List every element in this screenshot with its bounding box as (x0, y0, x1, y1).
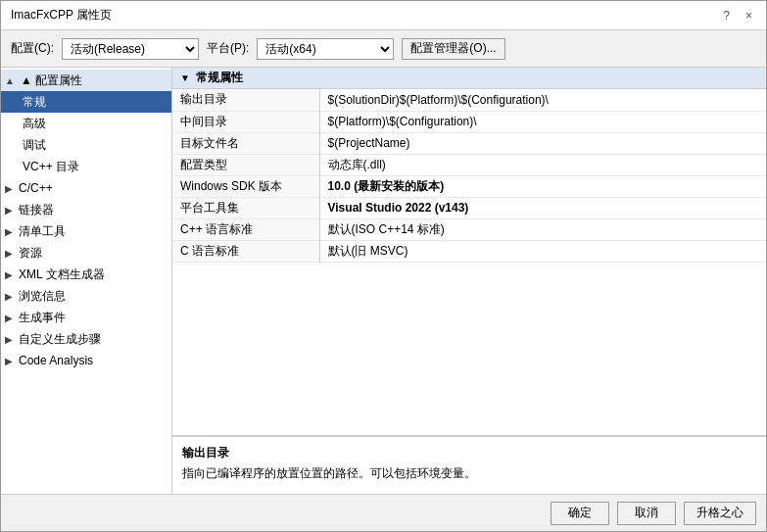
prop-name: 配置类型 (172, 154, 319, 175)
table-row: 平台工具集Visual Studio 2022 (v143) (172, 197, 766, 218)
main-content: ▲ ▲ 配置属性 常规 高级 调试 VC++ 目录 ▶ C/C (1, 68, 766, 494)
build-events-arrow: ▶ (5, 313, 19, 323)
tree-item-label-debug: 调试 (23, 137, 46, 154)
left-panel: ▲ ▲ 配置属性 常规 高级 调试 VC++ 目录 ▶ C/C (1, 68, 172, 494)
tree-item-debug[interactable]: 调试 (1, 134, 171, 156)
tree-item-label-custom-steps: 自定义生成步骤 (19, 331, 101, 348)
prop-value[interactable]: $(SolutionDir)$(Platform)\$(Configuratio… (319, 89, 766, 111)
table-row: 配置类型动态库(.dll) (172, 154, 766, 175)
description-panel: 输出目录 指向已编译程序的放置位置的路径。可以包括环境变量。 (172, 435, 766, 494)
tree-item-code-analysis[interactable]: ▶ Code Analysis (1, 350, 171, 371)
tree-item-label-advanced: 高级 (23, 116, 46, 132)
prop-value[interactable]: Visual Studio 2022 (v143) (319, 197, 766, 218)
tree-item-label-cpp: C/C++ (19, 181, 53, 195)
tree-item-label-vc-dirs: VC++ 目录 (23, 159, 79, 175)
section-header-label: ▲ 配置属性 (21, 73, 82, 89)
props-section-title: 常规属性 (196, 70, 243, 86)
tree-item-general[interactable]: 常规 (1, 91, 171, 113)
prop-value[interactable]: 默认(旧 MSVC) (319, 240, 766, 262)
title-bar: ImacFxCPP 属性页 ? × (1, 1, 766, 30)
tree-item-xml-gen[interactable]: ▶ XML 文档生成器 (1, 264, 171, 285)
description-text: 指向已编译程序的放置位置的路径。可以包括环境变量。 (182, 465, 756, 482)
properties-dialog: ImacFxCPP 属性页 ? × 配置(C): 活动(Release) 平台(… (0, 0, 767, 532)
tree-item-label-general: 常规 (23, 94, 46, 111)
help-button[interactable]: ? (719, 9, 734, 23)
table-row: 输出目录$(SolutionDir)$(Platform)\$(Configur… (172, 89, 766, 111)
title-bar-controls: ? × (719, 9, 756, 23)
table-row: 中间目录$(Platform)\$(Configuration)\ (172, 111, 766, 132)
tree-item-label-xml-gen: XML 文档生成器 (19, 266, 105, 283)
section-icon: ▼ (180, 73, 196, 83)
prop-value[interactable]: $(ProjectName) (319, 132, 766, 154)
table-row: C++ 语言标准默认(ISO C++14 标准) (172, 218, 766, 240)
dialog-title: ImacFxCPP 属性页 (11, 7, 112, 24)
toolbar: 配置(C): 活动(Release) 平台(P): 活动(x64) 配置管理器(… (1, 30, 766, 68)
apply-button[interactable]: 升格之心 (684, 502, 756, 525)
platform-select[interactable]: 活动(x64) (257, 38, 394, 60)
table-row: Windows SDK 版本10.0 (最新安装的版本) (172, 175, 766, 197)
table-row: 目标文件名$(ProjectName) (172, 132, 766, 154)
tree-item-label-manifest: 清单工具 (19, 223, 66, 240)
footer: 确定 取消 升格之心 (1, 494, 766, 531)
prop-name: C 语言标准 (172, 240, 319, 262)
xml-arrow: ▶ (5, 269, 19, 280)
table-row: C 语言标准默认(旧 MSVC) (172, 240, 766, 262)
tree-item-cpp[interactable]: ▶ C/C++ (1, 177, 171, 199)
custom-steps-arrow: ▶ (5, 334, 19, 345)
tree-item-label-resources: 资源 (19, 245, 42, 262)
tree-item-resources[interactable]: ▶ 资源 (1, 242, 171, 264)
prop-name: 中间目录 (172, 111, 319, 132)
tree-item-vc-dirs[interactable]: VC++ 目录 (1, 156, 171, 177)
prop-name: 输出目录 (172, 89, 319, 111)
right-panel: ▼ 常规属性 输出目录$(SolutionDir)$(Platform)\$(C… (172, 68, 766, 494)
prop-name: 平台工具集 (172, 197, 319, 218)
props-section-header: ▼ 常规属性 (172, 68, 766, 89)
prop-value[interactable]: 动态库(.dll) (319, 154, 766, 175)
prop-value[interactable]: 默认(ISO C++14 标准) (319, 218, 766, 240)
properties-table: 输出目录$(SolutionDir)$(Platform)\$(Configur… (172, 89, 766, 263)
section-arrow: ▲ (5, 75, 19, 86)
tree-item-manifest[interactable]: ▶ 清单工具 (1, 220, 171, 242)
tree-item-linker[interactable]: ▶ 链接器 (1, 199, 171, 220)
cancel-button[interactable]: 取消 (617, 502, 676, 525)
config-select[interactable]: 活动(Release) (62, 38, 199, 60)
tree-item-custom-steps[interactable]: ▶ 自定义生成步骤 (1, 328, 171, 350)
code-analysis-arrow: ▶ (5, 356, 19, 366)
prop-name: 目标文件名 (172, 132, 319, 154)
prop-name: Windows SDK 版本 (172, 175, 319, 197)
platform-label: 平台(P): (207, 40, 249, 57)
browse-arrow: ▶ (5, 291, 19, 302)
resources-arrow: ▶ (5, 248, 19, 259)
cpp-arrow: ▶ (5, 183, 19, 194)
linker-arrow: ▶ (5, 205, 19, 216)
prop-value[interactable]: $(Platform)\$(Configuration)\ (319, 111, 766, 132)
tree-item-advanced[interactable]: 高级 (1, 113, 171, 134)
tree-section-header[interactable]: ▲ ▲ 配置属性 (1, 70, 171, 91)
prop-value[interactable]: 10.0 (最新安装的版本) (319, 175, 766, 197)
description-title: 输出目录 (182, 445, 756, 461)
manifest-arrow: ▶ (5, 226, 19, 237)
config-manager-button[interactable]: 配置管理器(O)... (402, 38, 504, 60)
prop-name: C++ 语言标准 (172, 218, 319, 240)
tree-item-label-code-analysis: Code Analysis (19, 354, 93, 367)
config-label: 配置(C): (11, 40, 54, 57)
tree-item-label-build-events: 生成事件 (19, 310, 66, 326)
close-button[interactable]: × (742, 9, 756, 23)
ok-button[interactable]: 确定 (551, 502, 609, 525)
tree-item-label-browse-info: 浏览信息 (19, 288, 66, 305)
tree-item-label-linker: 链接器 (19, 202, 54, 218)
tree-item-build-events[interactable]: ▶ 生成事件 (1, 307, 171, 328)
properties-area: ▼ 常规属性 输出目录$(SolutionDir)$(Platform)\$(C… (172, 68, 766, 435)
tree-item-browse-info[interactable]: ▶ 浏览信息 (1, 285, 171, 307)
